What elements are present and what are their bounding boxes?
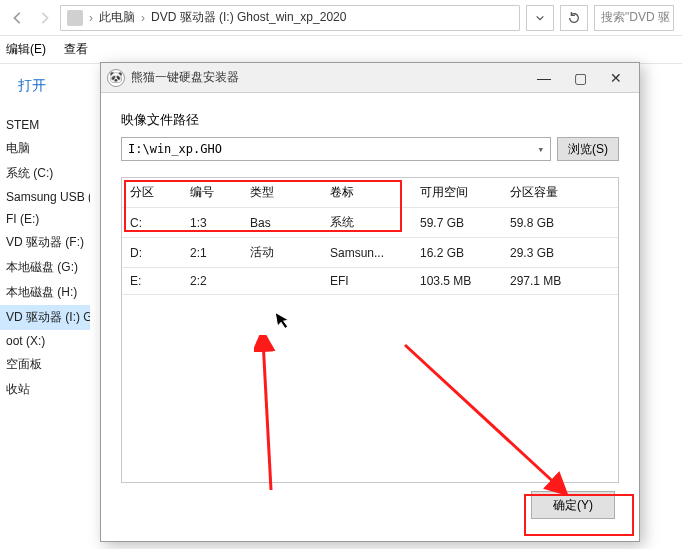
- table-row[interactable]: E:2:2EFI103.5 MB297.1 MB: [122, 268, 618, 295]
- window-buttons: — ▢ ✕: [531, 70, 633, 86]
- tree-item[interactable]: 空面板: [0, 352, 90, 377]
- table-header-row: 分区 编号 类型 卷标 可用空间 分区容量: [122, 178, 618, 208]
- close-button[interactable]: ✕: [603, 70, 629, 86]
- cell-type: [242, 268, 322, 295]
- cell-free: 59.7 GB: [412, 208, 502, 238]
- tree-item[interactable]: 收站: [0, 377, 90, 402]
- menu-view[interactable]: 查看: [62, 39, 90, 60]
- dropdown-button[interactable]: [526, 5, 554, 31]
- chevron-right-icon: ›: [89, 11, 93, 25]
- chevron-right-icon: ›: [141, 11, 145, 25]
- installer-dialog: 🐼 熊猫一键硬盘安装器 — ▢ ✕ 映像文件路径 I:\win_xp.GHO ▾…: [100, 62, 640, 542]
- cell-type: 活动: [242, 238, 322, 268]
- tree-item[interactable]: VD 驱动器 (I:) G: [0, 305, 90, 330]
- path-combobox[interactable]: I:\win_xp.GHO ▾: [121, 137, 551, 161]
- minimize-button[interactable]: —: [531, 70, 557, 86]
- cell-label: Samsun...: [322, 238, 412, 268]
- explorer-toolbar: › 此电脑 › DVD 驱动器 (I:) Ghost_win_xp_2020 搜…: [0, 0, 682, 36]
- tree-item[interactable]: Samsung USB (: [0, 186, 90, 208]
- tree-item[interactable]: 本地磁盘 (H:): [0, 280, 90, 305]
- refresh-button[interactable]: [560, 5, 588, 31]
- tree-item[interactable]: 系统 (C:): [0, 161, 90, 186]
- cell-type: Bas: [242, 208, 322, 238]
- nav-back-icon[interactable]: [8, 8, 28, 28]
- browse-label: 浏览(S): [568, 141, 608, 158]
- table-row[interactable]: C:1:3Bas系统59.7 GB59.8 GB: [122, 208, 618, 238]
- dialog-title: 熊猫一键硬盘安装器: [131, 69, 525, 86]
- tree-item[interactable]: 电脑: [0, 136, 90, 161]
- path-label: 映像文件路径: [121, 111, 619, 129]
- dialog-body: 映像文件路径 I:\win_xp.GHO ▾ 浏览(S) 分区 编号 类型 卷标…: [101, 93, 639, 541]
- browse-button[interactable]: 浏览(S): [557, 137, 619, 161]
- panda-icon: 🐼: [107, 69, 125, 87]
- cell-capacity: 29.3 GB: [502, 238, 618, 268]
- col-label[interactable]: 卷标: [322, 178, 412, 208]
- ok-label: 确定(Y): [553, 497, 593, 514]
- col-number[interactable]: 编号: [182, 178, 242, 208]
- search-input[interactable]: 搜索"DVD 驱: [594, 5, 674, 31]
- path-row: I:\win_xp.GHO ▾ 浏览(S): [121, 137, 619, 161]
- cell-partition: E:: [122, 268, 182, 295]
- tree-item[interactable]: STEM: [0, 114, 90, 136]
- partition-table[interactable]: 分区 编号 类型 卷标 可用空间 分区容量 C:1:3Bas系统59.7 GB5…: [121, 177, 619, 483]
- cell-number: 2:1: [182, 238, 242, 268]
- cell-partition: D:: [122, 238, 182, 268]
- tree-item[interactable]: 本地磁盘 (G:): [0, 255, 90, 280]
- ok-button[interactable]: 确定(Y): [531, 491, 615, 519]
- tree-item[interactable]: oot (X:): [0, 330, 90, 352]
- dialog-titlebar: 🐼 熊猫一键硬盘安装器 — ▢ ✕: [101, 63, 639, 93]
- tree-item[interactable]: VD 驱动器 (F:): [0, 230, 90, 255]
- col-partition[interactable]: 分区: [122, 178, 182, 208]
- dialog-footer: 确定(Y): [121, 483, 619, 523]
- cell-label: 系统: [322, 208, 412, 238]
- chevron-down-icon: ▾: [537, 143, 544, 156]
- cell-label: EFI: [322, 268, 412, 295]
- folder-tree[interactable]: STEM电脑系统 (C:)Samsung USB (FI (E:)VD 驱动器 …: [0, 108, 90, 549]
- cell-capacity: 297.1 MB: [502, 268, 618, 295]
- cell-free: 103.5 MB: [412, 268, 502, 295]
- maximize-button[interactable]: ▢: [567, 70, 593, 86]
- path-value: I:\win_xp.GHO: [128, 142, 222, 156]
- address-bar[interactable]: › 此电脑 › DVD 驱动器 (I:) Ghost_win_xp_2020: [60, 5, 520, 31]
- cell-free: 16.2 GB: [412, 238, 502, 268]
- drive-icon: [67, 10, 83, 26]
- cell-number: 2:2: [182, 268, 242, 295]
- table-row[interactable]: D:2:1活动Samsun...16.2 GB29.3 GB: [122, 238, 618, 268]
- open-label: 打开: [18, 77, 46, 95]
- cell-capacity: 59.8 GB: [502, 208, 618, 238]
- cell-partition: C:: [122, 208, 182, 238]
- col-capacity[interactable]: 分区容量: [502, 178, 618, 208]
- menu-bar: 编辑(E) 查看: [0, 36, 682, 64]
- menu-edit[interactable]: 编辑(E): [4, 39, 48, 60]
- col-type[interactable]: 类型: [242, 178, 322, 208]
- cell-number: 1:3: [182, 208, 242, 238]
- tree-item[interactable]: FI (E:): [0, 208, 90, 230]
- search-placeholder: 搜索"DVD 驱: [601, 9, 670, 26]
- breadcrumb-folder[interactable]: DVD 驱动器 (I:) Ghost_win_xp_2020: [151, 9, 346, 26]
- nav-fwd-icon[interactable]: [34, 8, 54, 28]
- breadcrumb-root[interactable]: 此电脑: [99, 9, 135, 26]
- col-free[interactable]: 可用空间: [412, 178, 502, 208]
